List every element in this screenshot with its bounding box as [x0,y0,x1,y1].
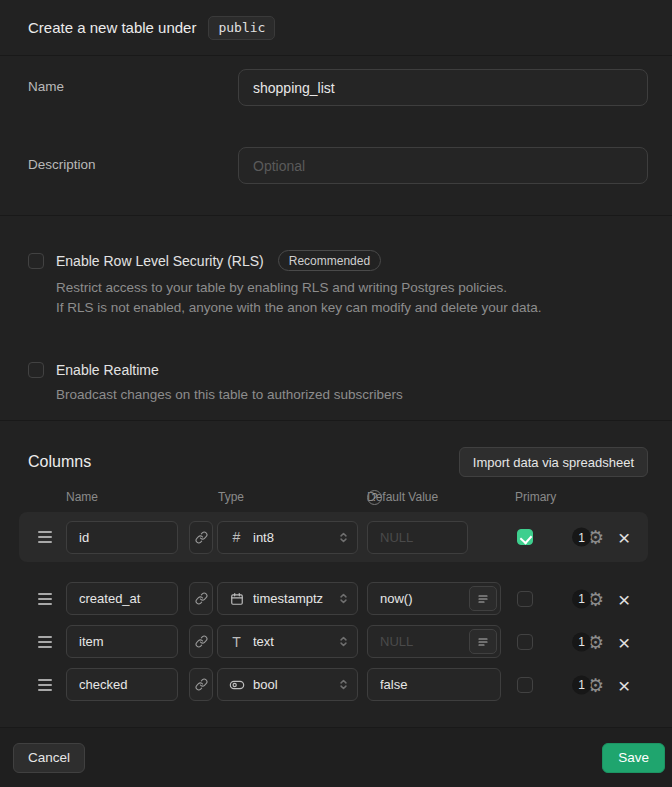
remove-column-button[interactable]: × [618,527,630,548]
list-icon [477,593,489,605]
remove-column-button[interactable]: × [618,588,630,609]
column-type-select[interactable]: # T timestamptz [217,582,358,615]
suggestions-list-button[interactable] [469,586,497,611]
primary-checkbox[interactable] [517,634,533,650]
rls-description: Restrict access to your table by enablin… [56,278,648,318]
header-name: Name [66,490,98,504]
link-icon [195,678,208,691]
name-label: Name [28,69,238,94]
column-row: # T int8 [19,512,648,562]
rls-label: Enable Row Level Security (RLS) [56,253,264,269]
chevron-up-down-icon [337,634,350,649]
drag-handle-icon[interactable] [38,593,52,605]
header-primary: Primary [515,490,556,504]
column-settings: 1 ⚙ [572,528,604,547]
column-row: # T text [19,625,648,658]
realtime-toggle-block: Enable Realtime Broadcast changes on thi… [28,362,648,405]
text-type-icon: T [228,634,245,650]
realtime-label: Enable Realtime [56,362,159,378]
options-section: Enable Row Level Security (RLS) Recommen… [0,216,672,421]
chevron-up-down-icon [337,677,350,692]
column-type-select[interactable]: # T bool [217,668,358,701]
drag-handle-icon[interactable] [38,636,52,648]
column-name-input[interactable] [66,521,178,554]
primary-checkbox[interactable] [517,591,533,607]
link-icon [195,531,208,544]
default-value-wrap [367,668,501,701]
realtime-description: Broadcast changes on this table to autho… [56,385,648,405]
foreign-key-button[interactable] [189,625,213,658]
column-name-input[interactable] [66,625,178,658]
foreign-key-button[interactable] [189,668,213,701]
description-field-row: Description [28,147,648,184]
remove-column-button[interactable]: × [618,631,630,652]
default-value-input[interactable] [367,521,468,554]
settings-count-badge: 1 [572,528,591,547]
cancel-button[interactable]: Cancel [13,743,85,773]
realtime-checkbox[interactable] [28,362,44,378]
rls-toggle-block: Enable Row Level Security (RLS) Recommen… [28,250,648,318]
default-value-wrap [367,625,501,658]
table-description-input[interactable] [238,147,648,184]
column-type-label: bool [253,677,337,692]
columns-title: Columns [28,453,91,471]
link-icon [195,635,208,648]
settings-count-badge: 1 [572,632,591,651]
primary-checkbox[interactable] [517,677,533,693]
rls-checkbox[interactable] [28,253,44,269]
default-value-wrap [367,521,468,554]
primary-checkbox[interactable] [517,529,533,545]
column-row: # T timestamptz [19,582,648,615]
recommended-badge: Recommended [278,250,381,271]
header-type: Type [218,490,244,504]
default-value-wrap [367,582,501,615]
column-settings: 1 ⚙ [572,675,604,694]
panel-title: Create a new table under [28,19,196,36]
help-icon[interactable]: ? [367,490,382,505]
column-settings: 1 ⚙ [572,632,604,651]
columns-section: Columns Import data via spreadsheet Name… [0,421,672,727]
panel-footer: Cancel Save [0,727,672,787]
column-type-select[interactable]: # T int8 [217,521,358,554]
description-label: Description [28,147,238,172]
drag-handle-icon[interactable] [38,679,52,691]
table-info-section: Name Description [0,56,672,216]
chevron-up-down-icon [337,530,350,545]
default-value-input[interactable] [367,668,501,701]
schema-badge: public [208,16,275,40]
column-type-label: text [253,634,337,649]
remove-column-button[interactable]: × [618,674,630,695]
calendar-icon [228,592,245,606]
column-type-select[interactable]: # T text [217,625,358,658]
hash-icon: # [228,529,245,545]
import-spreadsheet-button[interactable]: Import data via spreadsheet [459,447,648,477]
drag-handle-icon[interactable] [38,531,52,543]
column-name-input[interactable] [66,582,178,615]
list-icon [477,636,489,648]
column-name-input[interactable] [66,668,178,701]
columns-grid-headers: Name Type Default Value ? Primary [0,490,672,504]
link-icon [195,592,208,605]
column-row: # T bool [19,668,648,701]
column-type-label: int8 [253,530,337,545]
column-settings: 1 ⚙ [572,589,604,608]
name-field-row: Name [28,69,648,106]
panel-header: Create a new table under public [0,0,672,56]
column-rows: # T int8 [0,512,672,701]
save-button[interactable]: Save [602,743,665,773]
foreign-key-button[interactable] [189,582,213,615]
column-type-label: timestamptz [253,591,337,606]
create-table-panel: Create a new table under public Name Des… [0,0,672,787]
settings-count-badge: 1 [572,589,591,608]
foreign-key-button[interactable] [189,521,213,554]
toggle-icon [228,677,245,693]
chevron-up-down-icon [337,591,350,606]
suggestions-list-button[interactable] [469,629,497,654]
table-name-input[interactable] [238,69,648,106]
settings-count-badge: 1 [572,675,591,694]
